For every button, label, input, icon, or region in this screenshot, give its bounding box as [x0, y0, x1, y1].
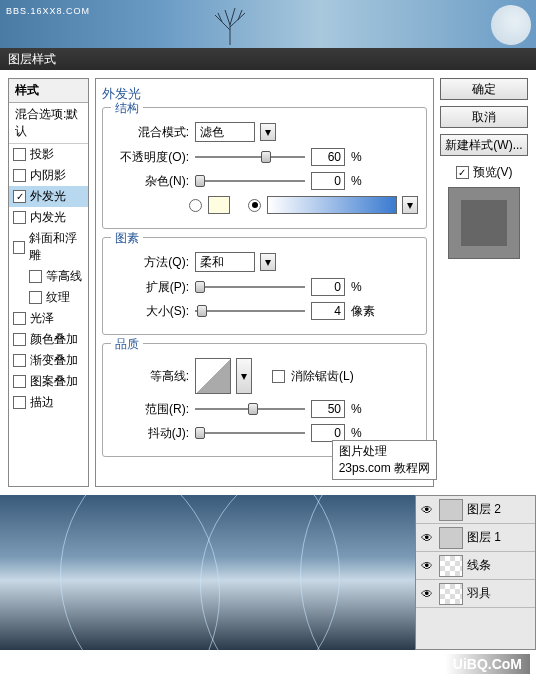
blend-options-default[interactable]: 混合选项:默认: [9, 103, 88, 144]
jitter-slider[interactable]: [195, 424, 305, 442]
layer-row[interactable]: 👁图层 1: [416, 524, 535, 552]
style-item-11[interactable]: 描边: [9, 392, 88, 413]
blend-mode-arrow[interactable]: ▾: [260, 123, 276, 141]
styles-header: 样式: [9, 79, 88, 103]
cancel-button[interactable]: 取消: [440, 106, 528, 128]
style-checkbox[interactable]: [13, 169, 26, 182]
style-checkbox[interactable]: [13, 190, 26, 203]
moon-graphic: [491, 5, 531, 45]
style-item-label: 外发光: [30, 188, 66, 205]
effect-settings-panel: 外发光 结构 混合模式: 滤色 ▾ 不透明度(O): 60 % 杂色(N): 0…: [95, 78, 434, 487]
layer-thumb: [439, 583, 463, 605]
layer-thumb: [439, 555, 463, 577]
gradient-radio[interactable]: [248, 199, 261, 212]
styles-list-panel: 样式 混合选项:默认 投影内阴影外发光内发光斜面和浮雕等高线纹理光泽颜色叠加渐变…: [8, 78, 89, 487]
layer-row[interactable]: 👁图层 2: [416, 496, 535, 524]
contour-arrow[interactable]: ▾: [236, 358, 252, 394]
style-item-5[interactable]: 等高线: [9, 266, 88, 287]
ok-button[interactable]: 确定: [440, 78, 528, 100]
style-checkbox[interactable]: [29, 270, 42, 283]
opacity-label: 不透明度(O):: [111, 149, 189, 166]
opacity-slider[interactable]: [195, 148, 305, 166]
method-select[interactable]: 柔和: [195, 252, 255, 272]
style-item-label: 图案叠加: [30, 373, 78, 390]
size-input[interactable]: 4: [311, 302, 345, 320]
visibility-icon[interactable]: 👁: [419, 586, 435, 602]
style-checkbox[interactable]: [13, 396, 26, 409]
tree-graphic: [200, 5, 260, 45]
style-checkbox[interactable]: [13, 211, 26, 224]
layer-row[interactable]: 👁线条: [416, 552, 535, 580]
style-item-7[interactable]: 光泽: [9, 308, 88, 329]
antialias-label: 消除锯齿(L): [291, 368, 354, 385]
layer-style-dialog: 样式 混合选项:默认 投影内阴影外发光内发光斜面和浮雕等高线纹理光泽颜色叠加渐变…: [0, 70, 536, 495]
canvas-preview: [0, 495, 415, 650]
style-item-9[interactable]: 渐变叠加: [9, 350, 88, 371]
contour-picker[interactable]: [195, 358, 231, 394]
opacity-unit: %: [351, 150, 379, 164]
size-unit: 像素: [351, 303, 379, 320]
method-arrow[interactable]: ▾: [260, 253, 276, 271]
preview-label: 预览(V): [473, 164, 513, 181]
blend-mode-label: 混合模式:: [111, 124, 189, 141]
style-item-10[interactable]: 图案叠加: [9, 371, 88, 392]
color-radio[interactable]: [189, 199, 202, 212]
layer-name: 羽具: [467, 585, 491, 602]
elements-section: 图素 方法(Q): 柔和 ▾ 扩展(P): 0 % 大小(S): 4 像素: [102, 237, 427, 335]
range-slider[interactable]: [195, 400, 305, 418]
style-checkbox[interactable]: [13, 312, 26, 325]
contour-label: 等高线:: [111, 368, 189, 385]
blend-mode-select[interactable]: 滤色: [195, 122, 255, 142]
dialog-titlebar: 图层样式: [0, 48, 536, 70]
style-checkbox[interactable]: [29, 291, 42, 304]
layer-row[interactable]: 👁羽具: [416, 580, 535, 608]
style-item-label: 渐变叠加: [30, 352, 78, 369]
style-item-label: 描边: [30, 394, 54, 411]
style-checkbox[interactable]: [13, 148, 26, 161]
site-logo: UiBQ.CoM: [445, 654, 530, 674]
gradient-arrow[interactable]: ▾: [402, 196, 418, 214]
range-unit: %: [351, 402, 379, 416]
style-item-6[interactable]: 纹理: [9, 287, 88, 308]
layer-name: 线条: [467, 557, 491, 574]
effect-title: 外发光: [102, 85, 427, 103]
style-item-label: 投影: [30, 146, 54, 163]
style-item-4[interactable]: 斜面和浮雕: [9, 228, 88, 266]
image-header: BBS.16XX8.COM: [0, 0, 536, 48]
spread-label: 扩展(P):: [111, 279, 189, 296]
noise-input[interactable]: 0: [311, 172, 345, 190]
style-item-3[interactable]: 内发光: [9, 207, 88, 228]
style-checkbox[interactable]: [13, 375, 26, 388]
style-checkbox[interactable]: [13, 354, 26, 367]
jitter-unit: %: [351, 426, 379, 440]
visibility-icon[interactable]: 👁: [419, 502, 435, 518]
spread-unit: %: [351, 280, 379, 294]
style-checkbox[interactable]: [13, 333, 26, 346]
opacity-input[interactable]: 60: [311, 148, 345, 166]
bottom-area: 👁图层 2👁图层 1👁线条👁羽具: [0, 495, 536, 650]
new-style-button[interactable]: 新建样式(W)...: [440, 134, 528, 156]
style-item-8[interactable]: 颜色叠加: [9, 329, 88, 350]
style-checkbox[interactable]: [13, 241, 25, 254]
range-input[interactable]: 50: [311, 400, 345, 418]
layers-panel: 👁图层 2👁图层 1👁线条👁羽具: [415, 495, 536, 650]
method-label: 方法(Q):: [111, 254, 189, 271]
visibility-icon[interactable]: 👁: [419, 558, 435, 574]
header-watermark: BBS.16XX8.COM: [6, 6, 90, 16]
range-label: 范围(R):: [111, 401, 189, 418]
noise-slider[interactable]: [195, 172, 305, 190]
color-swatch[interactable]: [208, 196, 230, 214]
style-item-2[interactable]: 外发光: [9, 186, 88, 207]
gradient-picker[interactable]: [267, 196, 397, 214]
size-slider[interactable]: [195, 302, 305, 320]
preview-checkbox[interactable]: [456, 166, 469, 179]
spread-slider[interactable]: [195, 278, 305, 296]
spread-input[interactable]: 0: [311, 278, 345, 296]
antialias-checkbox[interactable]: [272, 370, 285, 383]
tutorial-watermark: 图片处理 23ps.com 教程网: [332, 440, 437, 480]
style-item-1[interactable]: 内阴影: [9, 165, 88, 186]
noise-label: 杂色(N):: [111, 173, 189, 190]
style-item-0[interactable]: 投影: [9, 144, 88, 165]
visibility-icon[interactable]: 👁: [419, 530, 435, 546]
elements-title: 图素: [111, 230, 143, 247]
